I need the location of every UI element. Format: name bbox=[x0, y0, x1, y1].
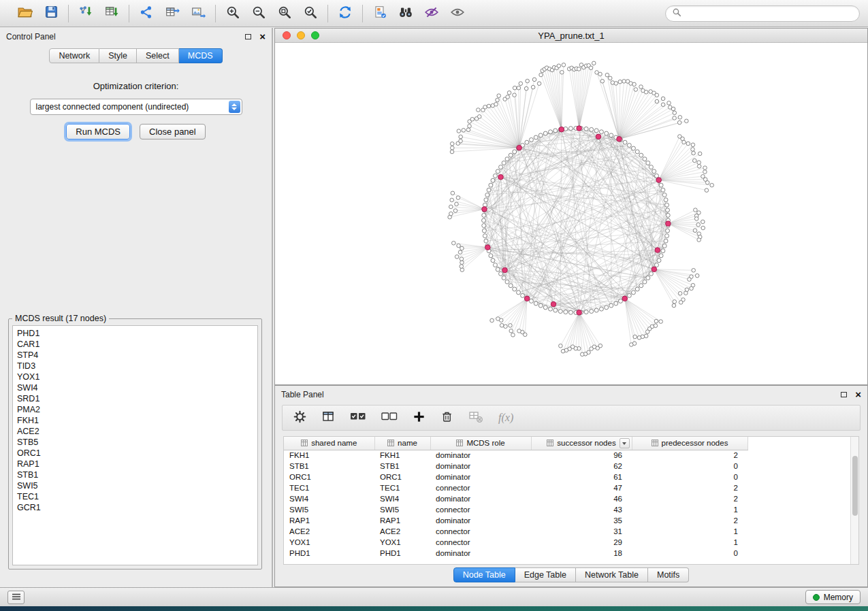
float-panel-icon[interactable] bbox=[245, 34, 251, 39]
deselect-all-button[interactable] bbox=[381, 410, 398, 425]
mcds-result-item[interactable]: CAR1 bbox=[17, 339, 253, 350]
mcds-result-item[interactable]: ACE2 bbox=[17, 426, 253, 437]
select-all-button[interactable] bbox=[350, 410, 366, 425]
zoom-out-button[interactable] bbox=[248, 3, 270, 24]
column-header-mcds-role[interactable]: MCDS role bbox=[430, 437, 531, 450]
delete-column-button[interactable] bbox=[440, 410, 453, 426]
tab-select[interactable]: Select bbox=[137, 48, 179, 63]
table-row[interactable]: SWI5SWI5connector431 bbox=[284, 504, 748, 515]
mcds-result-item[interactable]: TID3 bbox=[17, 361, 253, 371]
show-elements-button[interactable] bbox=[447, 3, 468, 24]
search-input[interactable] bbox=[686, 9, 853, 18]
search-icon bbox=[672, 7, 681, 20]
table-row[interactable]: FKH1FKH1dominator962 bbox=[284, 450, 748, 461]
table-cell: 2 bbox=[632, 450, 748, 461]
network-graph[interactable] bbox=[275, 43, 867, 384]
zoom-selected-button[interactable] bbox=[300, 3, 321, 24]
show-panel-button[interactable] bbox=[7, 591, 25, 604]
run-mcds-button[interactable]: Run MCDS bbox=[66, 124, 130, 139]
status-bar: Memory bbox=[0, 587, 868, 606]
mcds-result-item[interactable]: SWI5 bbox=[17, 480, 253, 491]
mcds-result-item[interactable]: YOX1 bbox=[17, 371, 253, 382]
refresh-button[interactable] bbox=[334, 3, 356, 24]
mcds-result-list[interactable]: PHD1CAR1STP4TID3YOX1SWI4SRD1PMA2FKH1ACE2… bbox=[12, 325, 258, 565]
table-settings-button[interactable] bbox=[293, 410, 306, 426]
open-session-button[interactable] bbox=[14, 3, 36, 24]
mcds-result-item[interactable]: GCR1 bbox=[17, 502, 253, 513]
sort-dropdown-icon[interactable] bbox=[620, 438, 630, 448]
table-cell: 1 bbox=[632, 526, 748, 537]
table-cell: ORC1 bbox=[284, 472, 374, 482]
mcds-result-item[interactable]: FKH1 bbox=[17, 415, 253, 426]
tab-edge-table[interactable]: Edge Table bbox=[515, 567, 576, 582]
table-row[interactable]: STB1STB1dominator620 bbox=[284, 461, 748, 472]
optimization-criterion-select[interactable]: largest connected component (undirected) bbox=[30, 99, 242, 115]
tab-node-table[interactable]: Node Table bbox=[453, 567, 515, 582]
close-panel-button[interactable]: Close panel bbox=[140, 124, 206, 139]
delete-table-button[interactable] bbox=[468, 410, 483, 426]
save-session-button[interactable] bbox=[40, 3, 62, 24]
network-window-title: YPA_prune.txt_1 bbox=[538, 31, 604, 41]
close-table-panel-icon[interactable]: × bbox=[855, 391, 861, 398]
export-image-button[interactable] bbox=[187, 3, 209, 24]
network-canvas[interactable] bbox=[275, 43, 867, 384]
table-row[interactable]: SWI4SWI4dominator462 bbox=[284, 493, 748, 504]
zoom-in-button[interactable] bbox=[222, 3, 244, 24]
mcds-result-item[interactable]: TEC1 bbox=[17, 491, 253, 502]
tab-motifs[interactable]: Motifs bbox=[648, 567, 689, 582]
close-panel-icon[interactable]: × bbox=[259, 33, 266, 40]
tab-style[interactable]: Style bbox=[99, 48, 137, 63]
mcds-result-item[interactable]: STB1 bbox=[17, 469, 253, 480]
table-cell: SWI4 bbox=[374, 493, 430, 504]
window-maximize-icon[interactable] bbox=[311, 31, 319, 39]
mcds-result-item[interactable]: RAP1 bbox=[17, 459, 253, 469]
hide-elements-button[interactable] bbox=[421, 3, 443, 24]
table-row[interactable]: TEC1TEC1connector472 bbox=[284, 482, 748, 493]
mcds-result-group: MCDS result (17 nodes) PHD1CAR1STP4TID3Y… bbox=[8, 314, 262, 569]
column-header-successor-nodes[interactable]: successor nodes bbox=[531, 437, 632, 450]
table-row[interactable]: YOX1YOX1connector291 bbox=[284, 537, 748, 548]
import-network-button[interactable] bbox=[75, 3, 97, 24]
tab-mcds[interactable]: MCDS bbox=[179, 48, 223, 63]
window-minimize-icon[interactable] bbox=[297, 31, 305, 39]
add-column-button[interactable] bbox=[413, 410, 425, 426]
mcds-result-item[interactable]: STP4 bbox=[17, 350, 253, 361]
table-row[interactable]: PHD1PHD1dominator180 bbox=[284, 548, 748, 559]
table-row[interactable]: ORC1ORC1dominator610 bbox=[284, 472, 748, 482]
mcds-result-item[interactable]: PHD1 bbox=[17, 328, 253, 339]
memory-button[interactable]: Memory bbox=[805, 590, 861, 604]
table-cell: PHD1 bbox=[374, 548, 430, 559]
table-scrollbar[interactable] bbox=[850, 437, 858, 564]
mcds-result-item[interactable]: STB5 bbox=[17, 437, 253, 448]
column-type-icon bbox=[387, 440, 394, 446]
mcds-result-item[interactable]: ORC1 bbox=[17, 448, 253, 459]
mcds-result-item[interactable]: SRD1 bbox=[17, 393, 253, 404]
function-builder-button[interactable]: f(x) bbox=[498, 412, 513, 424]
mcds-result-item[interactable]: SWI4 bbox=[17, 382, 253, 393]
export-network-button[interactable] bbox=[135, 3, 157, 24]
export-table-button[interactable] bbox=[161, 3, 183, 24]
table-row[interactable]: ACE2ACE2connector311 bbox=[284, 526, 748, 537]
zoom-fit-button[interactable] bbox=[274, 3, 295, 24]
import-table-button[interactable] bbox=[101, 3, 123, 24]
trash-icon bbox=[440, 414, 453, 425]
main-toolbar bbox=[0, 0, 868, 27]
document-share-button[interactable] bbox=[369, 3, 391, 24]
window-close-icon[interactable] bbox=[283, 31, 291, 39]
column-header-predecessor-nodes[interactable]: predecessor nodes bbox=[632, 437, 748, 450]
table-cell: 18 bbox=[531, 548, 632, 559]
binoculars-button[interactable] bbox=[395, 3, 417, 24]
table-row[interactable]: RAP1RAP1dominator352 bbox=[284, 515, 748, 526]
table-cell: dominator bbox=[430, 450, 531, 461]
float-table-panel-icon[interactable] bbox=[841, 392, 847, 397]
scrollbar-thumb[interactable] bbox=[852, 456, 858, 516]
column-visibility-button[interactable] bbox=[321, 410, 335, 426]
column-header-shared-name[interactable]: shared name bbox=[284, 437, 374, 450]
search-box[interactable] bbox=[665, 5, 860, 22]
mcds-result-title: MCDS result (17 nodes) bbox=[12, 314, 109, 323]
column-header-name[interactable]: name bbox=[374, 437, 430, 450]
network-window-titlebar[interactable]: YPA_prune.txt_1 bbox=[275, 29, 867, 43]
tab-network[interactable]: Network bbox=[49, 48, 99, 63]
tab-network-table[interactable]: Network Table bbox=[576, 567, 648, 582]
mcds-result-item[interactable]: PMA2 bbox=[17, 404, 253, 415]
